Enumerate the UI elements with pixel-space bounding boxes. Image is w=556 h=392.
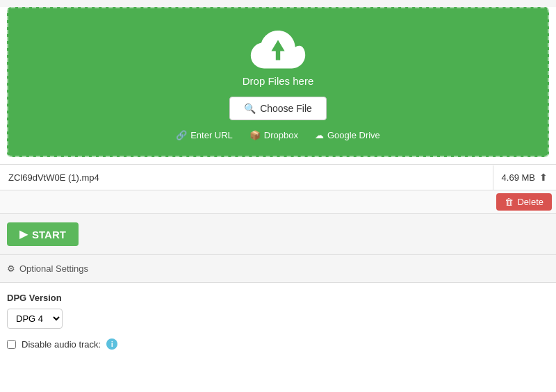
optional-settings-header: ⚙ Optional Settings <box>0 255 556 283</box>
search-icon: 🔍 <box>244 103 256 114</box>
start-area: ▶ START <box>0 214 556 255</box>
dropbox-link[interactable]: 📦 Dropbox <box>250 130 298 140</box>
google-drive-label: Google Drive <box>327 130 380 140</box>
dpg-version-label: DPG Version <box>7 293 549 303</box>
optional-settings-label: Optional Settings <box>19 263 88 274</box>
enter-url-link[interactable]: 🔗 Enter URL <box>176 130 233 140</box>
start-label: START <box>32 229 66 240</box>
delete-label: Delete <box>517 197 543 207</box>
link-icon: 🔗 <box>176 130 187 140</box>
dpg-version-select[interactable]: DPG 4 DPG 3 DPG 2 DPG 1 <box>7 309 63 329</box>
cloud-upload-icon <box>250 28 306 70</box>
dropbox-icon: 📦 <box>250 130 261 140</box>
delete-button[interactable]: 🗑 Delete <box>496 193 552 211</box>
choose-file-label: Choose File <box>260 103 312 114</box>
file-size-value: 4.69 MB <box>502 172 535 183</box>
choose-file-button[interactable]: 🔍 Choose File <box>229 97 327 120</box>
play-icon: ▶ <box>19 228 28 240</box>
delete-row: 🗑 Delete <box>0 190 556 214</box>
start-button[interactable]: ▶ START <box>7 222 79 246</box>
upload-arrow-icon: ⬆ <box>539 172 548 183</box>
trash-icon: 🗑 <box>505 197 514 207</box>
disable-audio-label: Disable audio track: <box>22 339 101 350</box>
gear-icon: ⚙ <box>7 263 15 274</box>
google-drive-icon: ☁ <box>315 130 324 140</box>
dropbox-label: Dropbox <box>264 130 298 140</box>
enter-url-label: Enter URL <box>190 130 233 140</box>
file-row: ZCl69dVtW0E (1).mp4 4.69 MB ⬆ <box>0 164 556 190</box>
google-drive-link[interactable]: ☁ Google Drive <box>315 130 380 140</box>
drop-files-text: Drop Files here <box>243 75 314 87</box>
url-links-row: 🔗 Enter URL 📦 Dropbox ☁ Google Drive <box>176 130 380 140</box>
file-name: ZCl69dVtW0E (1).mp4 <box>0 165 493 190</box>
settings-body: DPG Version DPG 4 DPG 3 DPG 2 DPG 1 Disa… <box>0 283 556 359</box>
drop-zone[interactable]: Drop Files here 🔍 Choose File 🔗 Enter UR… <box>7 7 549 157</box>
disable-audio-row: Disable audio track: i <box>7 338 549 350</box>
file-size-cell: 4.69 MB ⬆ <box>493 165 556 190</box>
page-wrapper: Drop Files here 🔍 Choose File 🔗 Enter UR… <box>0 7 556 392</box>
disable-audio-checkbox[interactable] <box>7 340 16 349</box>
info-icon[interactable]: i <box>106 338 117 350</box>
